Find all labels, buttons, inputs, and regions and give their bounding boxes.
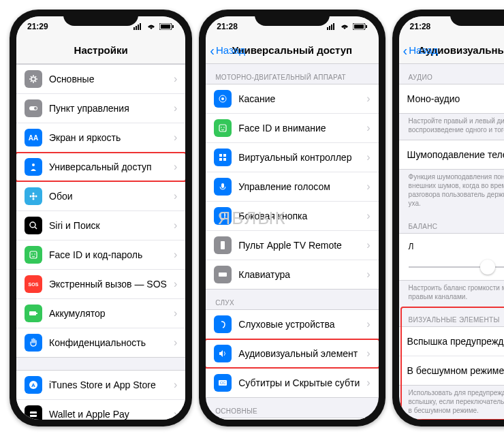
svg-rect-49 [219,158,222,161]
row-label: Вспышка предупреждений [407,336,504,347]
status-time: 21:29 [27,22,48,31]
settings-row[interactable]: Конфиденциальность› [16,328,185,357]
svg-rect-6 [161,25,170,29]
battery-icon [25,305,42,322]
ear-icon [214,315,232,333]
balance-left-label: Л [409,242,414,251]
svg-rect-5 [172,25,174,28]
row-label: Wallet и Apple Pay [49,409,167,420]
back-button[interactable]: ‹ Назад [210,44,245,57]
svg-point-14 [33,198,35,200]
notch [63,10,138,26]
svg-point-13 [33,193,35,195]
settings-row[interactable]: Face ID и внимание› [206,114,378,143]
battery-icon [159,23,174,30]
person-icon [25,158,42,176]
row-label: Касание [238,93,360,104]
chevron-right-icon: › [174,131,177,144]
row-label: Siri и Поиск [49,220,167,231]
settings-row[interactable]: Клавиатура› [206,260,378,289]
row-label: iTunes Store и App Store [49,379,167,390]
settings-row[interactable]: CCСубтитры и Скрытые субти› [206,369,378,397]
row-label: Основные [49,74,167,84]
svg-rect-51 [221,183,224,188]
row-mono-audio[interactable]: Моно-аудио [399,84,504,113]
svg-rect-52 [221,213,225,219]
row-silent-mode[interactable]: В бесшумном режиме [399,356,504,385]
chevron-right-icon: › [174,219,177,232]
signal-icon [133,23,143,30]
device-frame-3: 21:28 ‹ Назад Аудиовизуальный элемент АУ… [392,10,504,426]
row-label: Пульт Apple TV Remote [238,240,360,251]
settings-row[interactable]: Касание› [206,84,378,114]
svg-rect-0 [133,27,135,30]
status-time: 21:28 [217,22,238,31]
row-label: Субтитры и Скрытые субти [238,377,360,388]
keyboard-icon [214,266,232,283]
row-label: Экстренный вызов — SOS [49,279,167,290]
settings-row[interactable]: Гид-доступ› [206,418,378,420]
remote-icon [214,236,232,254]
settings-row[interactable]: Обои› [16,182,185,211]
row-label: В бесшумном режиме [407,365,504,376]
settings-row[interactable]: Siri и Поиск› [16,211,185,240]
status-icons [133,23,174,30]
back-button[interactable]: ‹ Назад [403,44,439,57]
svg-point-20 [31,253,33,255]
row-noise-cancel[interactable]: Шумоподавление телефона [399,140,504,169]
chevron-right-icon: › [366,268,370,281]
chevron-right-icon: › [366,318,370,330]
chevron-right-icon: › [174,307,177,320]
settings-row[interactable]: Слуховые устройства› [206,310,378,339]
settings-row[interactable]: Боковая кнопка› [206,202,378,231]
row-label: Моно-аудио [407,93,504,104]
row-flash-alerts[interactable]: Вспышка предупреждений [399,327,504,356]
nav-header: ‹ Назад Аудиовизуальный элемент [399,37,504,64]
svg-point-7 [31,77,35,81]
settings-row[interactable]: SOSЭкстренный вызов — SOS› [16,270,185,299]
device-frame-2: 21:28 ‹ Назад Универсальный доступ МОТОР… [199,10,385,426]
page-title: Настройки [74,44,128,56]
status-icons [327,23,368,30]
svg-text:CC: CC [220,381,226,385]
svg-point-21 [34,253,35,255]
settings-row[interactable]: Пункт управления› [16,94,185,123]
settings-row[interactable]: Аудиовизуальный элемент› [206,339,378,369]
row-label: Клавиатура [238,269,360,280]
battery-icon [353,23,368,30]
row-label: Виртуальный контроллер [238,152,360,163]
settings-row[interactable]: Пульт Apple TV Remote› [206,231,378,260]
nav-header: ‹ Назад Универсальный доступ [206,37,378,64]
chevron-right-icon: › [174,408,177,420]
balance-slider[interactable] [409,266,504,268]
section-header-audio: АУДИО [399,64,504,84]
search-icon [25,217,42,234]
svg-point-17 [30,222,35,228]
speaker-icon [214,345,232,362]
chevron-right-icon: › [366,239,370,251]
nav-header: Настройки [16,37,185,64]
settings-row[interactable]: Универсальный доступ› [16,153,185,182]
settings-row[interactable]: Основные› [16,65,185,94]
section-footer: Использовать для предупреждений LED-вспы… [399,386,504,420]
svg-rect-48 [223,154,226,157]
row-label: Обои [49,191,167,202]
settings-row[interactable]: Аккумулятор› [16,299,185,328]
settings-row[interactable]: AAЭкран и яркость› [16,123,185,153]
section-footer: Настройте правый и левый динамик на восп… [399,114,504,140]
settings-row[interactable]: Face ID и код-пароль› [16,240,185,270]
section-header: МОТОРНО-ДВИГАТЕЛЬНЫЙ АППАРАТ [206,64,378,84]
chevron-right-icon: › [174,161,177,173]
settings-row[interactable]: Wallet и Apple Pay› [16,400,185,420]
gear-icon [25,70,42,88]
chevron-right-icon: › [174,190,177,202]
svg-rect-54 [221,241,225,249]
chevron-right-icon: › [174,337,177,349]
flower-icon [25,187,42,205]
cc-icon: CC [214,374,232,392]
settings-row[interactable]: AiTunes Store и App Store› [16,371,185,400]
balance-slider-row[interactable]: Л П [399,234,504,280]
chevron-right-icon: › [174,102,177,114]
settings-row[interactable]: Управление голосом› [206,172,378,202]
settings-row[interactable]: Виртуальный контроллер› [206,143,378,172]
